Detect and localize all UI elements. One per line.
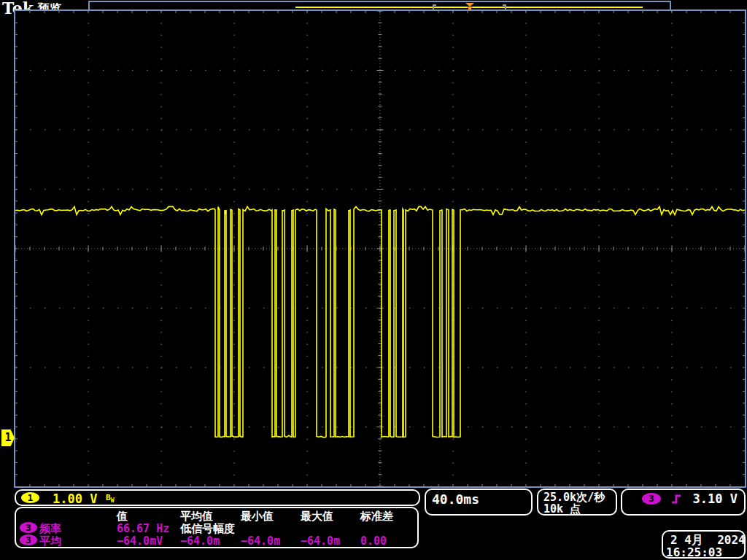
datetime-readout[interactable]: 2 4月 2024 16:25:03: [662, 530, 746, 559]
meas-row2-value: −64.0mV: [117, 534, 163, 548]
meas-row2-mean: −64.0m: [180, 534, 220, 548]
meas-header-std: 标准差: [360, 510, 393, 524]
channel1-badge: 1: [21, 492, 39, 503]
record-length: 10k 点: [543, 502, 581, 516]
trigger-level: 3.10 V: [693, 491, 738, 506]
trigger-source-badge: 3: [642, 493, 661, 505]
meas-row2-min: −64.0m: [241, 534, 280, 548]
waveform-display: [15, 11, 745, 486]
ch1-waveform-trace: [15, 206, 745, 437]
meas-row2-std: 0.00: [360, 534, 387, 548]
graticule: [14, 9, 746, 488]
meas-row2-max: −64.0m: [301, 534, 340, 548]
oscilloscope-screen: Tek 预览 1 1 1.00 V BW 值 平均值 最小值 最大值 标准差 3…: [0, 0, 747, 560]
trigger-readout[interactable]: 3 3.10 V: [621, 489, 746, 516]
measurement-panel: 值 平均值 最小值 最大值 标准差 3 频率 66.67 Hz 低信号幅度 3 …: [15, 507, 419, 548]
acquisition-readout[interactable]: 25.0k次/秒 10k 点: [537, 489, 617, 516]
meas-row2-source-badge: 3: [20, 534, 37, 545]
channel1-readout[interactable]: 1 1.00 V BW: [15, 489, 420, 506]
time-per-div: 40.0ms: [432, 491, 479, 507]
time-label: 16:25:03: [666, 545, 722, 559]
meas-header-min: 最小值: [241, 510, 274, 524]
meas-row2-name: 平均: [39, 534, 61, 548]
meas-row1-value: 66.67 Hz: [117, 522, 169, 535]
horizontal-scale-readout[interactable]: 40.0ms: [425, 489, 533, 516]
channel1-ground-marker[interactable]: 1: [1, 429, 15, 446]
meas-header-max: 最大值: [301, 510, 333, 524]
bandwidth-limit-icon: BW: [106, 493, 114, 504]
channel1-scale: 1.00 V: [53, 491, 97, 506]
meas-row1-source-badge: 3: [20, 522, 37, 533]
rising-edge-icon: [670, 493, 685, 505]
